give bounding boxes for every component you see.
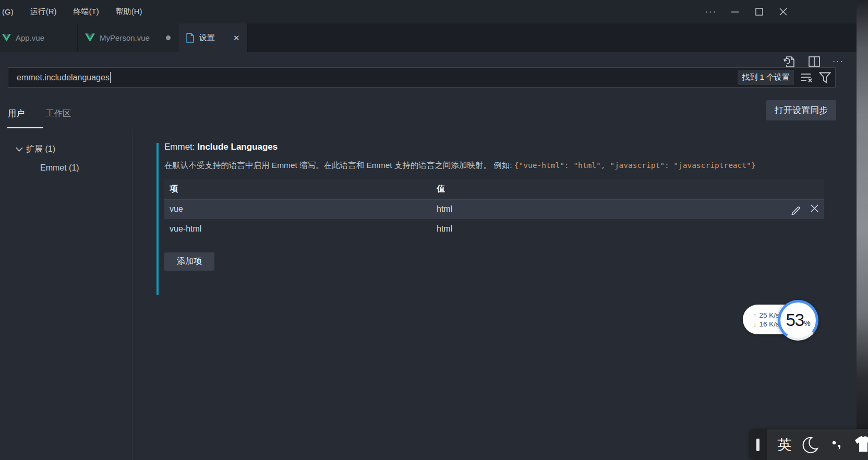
- remove-item-icon[interactable]: [810, 204, 819, 213]
- titlebar-more-icon[interactable]: ···: [699, 0, 723, 23]
- menu-go[interactable]: (G): [1, 5, 20, 18]
- toc-item-emmet[interactable]: Emmet (1): [40, 163, 79, 173]
- table-header-row: 项 值: [164, 179, 824, 199]
- menu-help[interactable]: 帮助(H): [110, 5, 149, 19]
- toc-label: 扩展 (1): [26, 144, 55, 155]
- open-settings-json-icon[interactable]: [782, 55, 796, 68]
- clear-search-icon[interactable]: [800, 72, 813, 83]
- tab-app-vue[interactable]: App.vue: [0, 23, 78, 52]
- setting-title-prefix: Emmet:: [164, 142, 197, 152]
- memory-percent-value: 53: [786, 310, 804, 330]
- include-languages-table: 项 值 vue html: [164, 179, 824, 239]
- row-value: html: [431, 219, 767, 239]
- text-caret: [110, 72, 111, 83]
- settings-scope-header: 用户 工作区 打开设置同步: [0, 94, 857, 129]
- search-actions: 找到 1 个设置: [738, 70, 831, 85]
- add-item-button[interactable]: 添加项: [164, 252, 214, 271]
- toc-divider: [132, 129, 133, 460]
- toc-item-extensions[interactable]: 扩展 (1): [16, 144, 55, 155]
- column-header-key: 项: [164, 179, 431, 199]
- column-header-value: 值: [431, 179, 767, 199]
- table-row[interactable]: vue-html html: [164, 219, 824, 239]
- memory-usage-ball[interactable]: 53 %: [778, 300, 818, 341]
- chevron-down-icon: [16, 147, 23, 152]
- desktop-wallpaper: [857, 0, 868, 460]
- edit-item-icon[interactable]: [791, 204, 802, 215]
- memory-percent-unit: %: [804, 319, 810, 328]
- split-editor-icon[interactable]: [809, 56, 820, 67]
- result-count-badge: 找到 1 个设置: [738, 70, 794, 85]
- ime-cursor-section[interactable]: [749, 429, 767, 460]
- screen: (G) 运行(R) 终端(T) 帮助(H) ···: [0, 0, 868, 460]
- memory-usage-ball-face: 53 %: [780, 302, 816, 338]
- toc-label: Emmet (1): [40, 163, 79, 173]
- setting-title: Emmet: Include Languages: [164, 141, 827, 152]
- ime-language-toggle[interactable]: 英: [774, 435, 794, 454]
- tab-settings[interactable]: 设置 ✕: [178, 23, 248, 52]
- row-key: vue: [164, 199, 431, 219]
- ime-toolbar[interactable]: 英: [749, 429, 868, 460]
- text-cursor-icon: [756, 439, 760, 451]
- scope-tab-workspace[interactable]: 工作区: [46, 108, 71, 119]
- active-tab-underline: [7, 127, 43, 128]
- vue-icon: [85, 33, 95, 42]
- close-tab-icon[interactable]: ✕: [233, 33, 240, 43]
- row-value: html: [431, 199, 767, 219]
- window-controls: ···: [699, 0, 795, 23]
- skin-shirt-icon[interactable]: [852, 436, 868, 454]
- modified-dot-icon[interactable]: [166, 35, 171, 40]
- row-key: vue-html: [164, 219, 431, 239]
- close-window-icon[interactable]: [771, 0, 795, 23]
- download-arrow-icon: ↓: [753, 320, 757, 328]
- vue-icon: [2, 34, 11, 42]
- tab-myperson-vue[interactable]: MyPerson.vue: [78, 23, 178, 52]
- scope-tab-user[interactable]: 用户: [8, 108, 25, 119]
- setting-title-name: Include Languages: [197, 142, 278, 152]
- modified-indicator: [156, 143, 159, 295]
- setting-item-emmet-include-languages: Emmet: Include Languages 在默认不受支持的语言中启用 E…: [156, 141, 827, 271]
- turn-on-settings-sync-button[interactable]: 打开设置同步: [766, 100, 836, 120]
- setting-description-code: {"vue-html": "html", "javascript": "java…: [514, 161, 756, 170]
- titlebar: (G) 运行(R) 终端(T) 帮助(H) ···: [0, 0, 857, 23]
- tab-label: MyPerson.vue: [100, 33, 150, 42]
- menu-terminal[interactable]: 终端(T): [67, 5, 105, 19]
- minimize-icon[interactable]: [723, 0, 747, 23]
- upload-arrow-icon: ↑: [753, 311, 757, 319]
- table-row[interactable]: vue html: [164, 199, 824, 219]
- more-actions-icon[interactable]: ···: [833, 57, 844, 66]
- punctuation-icon[interactable]: [825, 438, 848, 452]
- menu-run[interactable]: 运行(R): [24, 5, 63, 19]
- settings-file-icon: [186, 33, 195, 43]
- menubar: (G) 运行(R) 终端(T) 帮助(H): [1, 0, 148, 23]
- tab-label: 设置: [199, 33, 215, 43]
- setting-description-text: 在默认不受支持的语言中启用 Emmet 缩写。在此语言和 Emmet 支持的语言…: [164, 161, 514, 170]
- settings-search-input[interactable]: emmet.includelanguages 找到 1 个设置: [8, 67, 836, 88]
- editor-tabs: App.vue MyPerson.vue 设置 ✕: [0, 23, 857, 52]
- vscode-window: (G) 运行(R) 终端(T) 帮助(H) ···: [0, 0, 857, 460]
- download-speed-value: 16 K/s: [760, 320, 779, 328]
- setting-description: 在默认不受支持的语言中启用 Emmet 缩写。在此语言和 Emmet 支持的语言…: [164, 158, 827, 173]
- tab-label: App.vue: [16, 33, 44, 42]
- search-value: emmet.includelanguages: [13, 73, 110, 82]
- moon-icon[interactable]: [799, 435, 821, 454]
- filter-icon[interactable]: [819, 72, 831, 83]
- upload-speed-value: 25 K/s: [760, 311, 779, 319]
- maximize-icon[interactable]: [747, 0, 771, 23]
